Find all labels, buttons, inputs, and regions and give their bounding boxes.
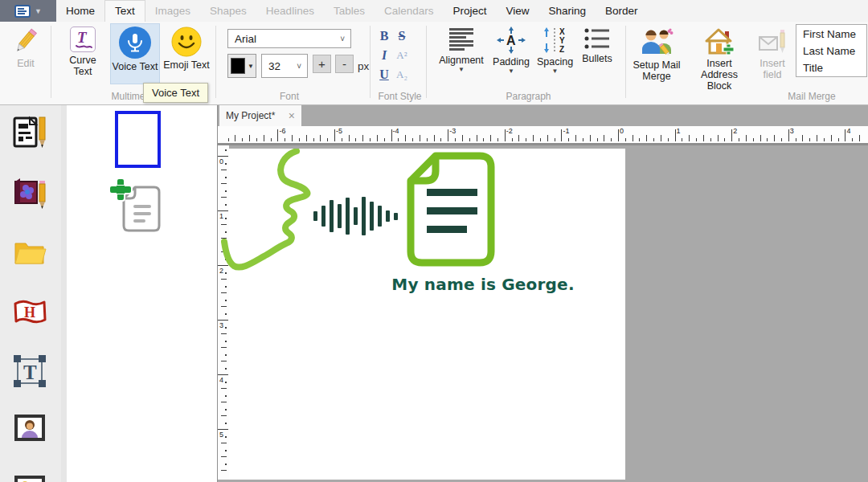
- waveform-bar: [346, 198, 350, 235]
- edit-label: Edit: [17, 58, 35, 69]
- caption-text[interactable]: My name is George.: [379, 275, 588, 294]
- sidebar-item-document-project[interactable]: [12, 115, 47, 150]
- waveform-bar: [313, 211, 317, 221]
- content-sidebar: H T: [0, 105, 61, 482]
- workspace: 012345 My name is George.: [218, 145, 868, 480]
- spacing-icon: X Y Z: [542, 27, 569, 54]
- padding-label: Padding: [493, 56, 530, 67]
- chevron-down-icon: ▼: [248, 63, 254, 70]
- sidebar-item-open-folder[interactable]: [12, 235, 47, 271]
- waveform-bar: [394, 213, 398, 220]
- people-pencil-icon: [640, 27, 674, 57]
- picture-icon: [12, 476, 47, 482]
- menu-item-tables: Tables: [324, 0, 375, 22]
- menu-item-calendars: Calendars: [375, 0, 444, 22]
- pages-panel: [61, 105, 217, 482]
- text-frame-icon: T: [12, 353, 47, 389]
- group-separator: [426, 26, 427, 98]
- menu-item-images: Images: [145, 0, 200, 22]
- chevron-down-icon: ▼: [552, 68, 559, 75]
- menu-item-sharing[interactable]: Sharing: [539, 0, 596, 22]
- bullets-button[interactable]: Bullets: [575, 27, 619, 64]
- horizontal-ruler: -6-5-4-3-2-101234: [218, 126, 868, 145]
- px-unit-label: px: [358, 60, 369, 72]
- merge-field-last-name[interactable]: Last Name: [796, 43, 866, 59]
- setup-mail-merge-button[interactable]: Setup Mail Merge: [632, 27, 682, 82]
- padding-button[interactable]: A Padding ▼: [488, 27, 534, 75]
- subscript-button[interactable]: A₂: [394, 66, 410, 84]
- card-pencil-icon: [12, 175, 47, 210]
- decrease-font-size-button[interactable]: -: [335, 55, 354, 73]
- svg-text:T: T: [77, 29, 88, 46]
- panel-scrollbar-track[interactable]: [61, 105, 67, 482]
- sidebar-item-headline[interactable]: H: [12, 295, 47, 330]
- sidebar-item-greeting-card[interactable]: [12, 175, 47, 210]
- voice-text-tooltip: Voice Text: [143, 83, 208, 103]
- sidebar-item-picture[interactable]: [12, 476, 47, 482]
- mail-merge-group-label: Mail Merge: [764, 91, 860, 102]
- project-tab[interactable]: My Project* ×: [219, 105, 301, 126]
- svg-text:A: A: [506, 34, 516, 47]
- font-family-value: Arial: [228, 33, 256, 45]
- merge-field-first-name[interactable]: First Name: [796, 26, 866, 43]
- menu-item-headlines: Headlines: [256, 0, 324, 22]
- strikethrough-button[interactable]: S: [394, 27, 410, 45]
- font-color-button[interactable]: ▼: [227, 54, 256, 78]
- edit-button[interactable]: Edit: [6, 27, 46, 69]
- sidebar-item-text-frame[interactable]: T: [12, 353, 47, 389]
- waveform-illustration[interactable]: [313, 197, 398, 235]
- headline-flag-icon: H: [12, 295, 47, 330]
- canvas-area: My Project* × -6-5-4-3-2-101234 012345: [217, 105, 868, 482]
- add-page-button[interactable]: [109, 178, 166, 237]
- insert-field-button: Insert field: [752, 27, 792, 80]
- voice-text-label: Voice Text: [113, 61, 158, 72]
- emoji-text-label: Emoji Text: [163, 59, 209, 71]
- italic-button[interactable]: I: [376, 47, 392, 64]
- document-page[interactable]: My name is George.: [229, 149, 625, 480]
- superscript-button[interactable]: A²: [394, 47, 410, 64]
- document-pencil-icon: [12, 115, 47, 150]
- sidebar-item-photo[interactable]: [12, 410, 47, 445]
- menu-item-home[interactable]: Home: [56, 0, 104, 22]
- group-separator: [370, 26, 371, 98]
- menu-item-project[interactable]: Project: [443, 0, 496, 22]
- document-tab-bar: My Project* ×: [218, 105, 868, 126]
- page-thumbnail-selected[interactable]: [115, 111, 161, 168]
- menu-bar: ▼ Home Text Images Shapes Headlines Tabl…: [0, 0, 868, 22]
- menu-item-shapes: Shapes: [200, 0, 256, 22]
- underline-button[interactable]: U: [376, 66, 392, 84]
- increase-font-size-button[interactable]: +: [313, 55, 331, 73]
- menu-item-text[interactable]: Text: [104, 0, 145, 22]
- add-page-icon: [109, 178, 166, 237]
- project-tab-title: My Project*: [226, 110, 289, 121]
- font-size-select[interactable]: 32 ˅: [261, 54, 308, 78]
- merge-field-title[interactable]: Title: [796, 59, 866, 76]
- speaking-face-illustration[interactable]: [221, 149, 326, 285]
- color-swatch: [231, 58, 245, 74]
- bold-button[interactable]: B: [376, 27, 392, 45]
- waveform-bar: [362, 197, 366, 235]
- waveform-bar: [321, 206, 326, 227]
- curve-text-icon: T: [70, 27, 96, 52]
- insert-address-block-button[interactable]: Insert Address Block: [690, 27, 749, 92]
- menu-item-view[interactable]: View: [497, 0, 539, 22]
- document-illustration[interactable]: [406, 149, 496, 269]
- application-menu-button[interactable]: ▼: [0, 0, 56, 22]
- font-family-select[interactable]: Arial ˅: [227, 29, 351, 48]
- waveform-bar: [354, 207, 358, 225]
- folder-icon: [12, 235, 47, 271]
- emoji-text-button[interactable]: Emoji Text: [163, 27, 210, 71]
- voice-text-button[interactable]: Voice Text: [110, 23, 160, 84]
- curve-text-button[interactable]: T Curve Text: [59, 27, 106, 77]
- chevron-down-icon: ▼: [458, 67, 465, 73]
- waveform-bar: [338, 204, 342, 228]
- curve-text-label: Curve Text: [59, 55, 106, 77]
- spacing-button[interactable]: X Y Z Spacing ▼: [533, 27, 577, 75]
- portrait-photo-icon: [12, 410, 47, 445]
- alignment-button[interactable]: Alignment ▼: [438, 27, 485, 73]
- merge-fields-list: First Name Last Name Title: [796, 24, 867, 77]
- close-tab-icon[interactable]: ×: [289, 109, 295, 122]
- ribbon: Edit T Curve Text Voice Text: [0, 22, 868, 105]
- menu-item-border[interactable]: Border: [596, 0, 648, 22]
- font-size-value: 32: [262, 60, 280, 72]
